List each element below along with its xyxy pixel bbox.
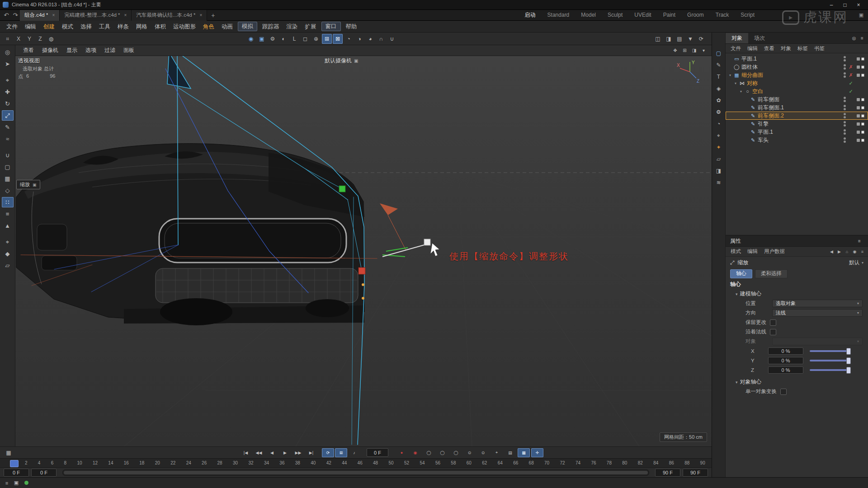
keyframe-rotation-toggle[interactable]: ◯: [450, 448, 462, 457]
object-tree-item[interactable]: ▭ 平面.1: [726, 55, 868, 63]
layout-tab[interactable]: Model: [575, 10, 602, 20]
expand-icon[interactable]: ▾: [733, 81, 738, 85]
tab-takes[interactable]: 场次: [748, 33, 771, 43]
workplane-snap-icon[interactable]: ▱: [2, 260, 14, 271]
object-manager-menu-item[interactable]: 文件: [727, 45, 744, 52]
visibility-dots[interactable]: [842, 56, 847, 61]
status-grid-icon[interactable]: ▣: [12, 479, 20, 487]
status-menu-icon[interactable]: ≡: [3, 479, 11, 487]
object-manager-menu-item[interactable]: 标签: [794, 45, 811, 52]
menu-item[interactable]: 动画: [218, 22, 236, 32]
visibility-dots[interactable]: [842, 137, 847, 143]
visibility-dots[interactable]: [842, 64, 847, 70]
record-keyframe-button[interactable]: ●: [396, 448, 408, 457]
checkbox[interactable]: [770, 319, 776, 326]
am-home-icon[interactable]: ⌂: [843, 248, 851, 255]
range-slider-bar[interactable]: [64, 471, 648, 474]
strip-text-icon[interactable]: T: [714, 72, 723, 81]
content-browser-icon[interactable]: ▤: [675, 34, 684, 44]
visibility-dots[interactable]: [842, 105, 847, 110]
vp-move-icon[interactable]: ✥: [671, 46, 679, 55]
model-mode-icon[interactable]: ▢: [2, 162, 14, 172]
attribute-menu-item[interactable]: 用户数据: [761, 248, 788, 255]
slider-track[interactable]: [810, 360, 849, 361]
workplane-mode-free[interactable]: ◕: [365, 34, 375, 44]
object-tree-item[interactable]: ✎ 平面.1: [726, 128, 868, 136]
menu-item[interactable]: 模拟: [238, 22, 257, 31]
tab-soft-selection[interactable]: 柔和选择: [755, 269, 788, 278]
layer-badges[interactable]: [854, 98, 864, 101]
object-manager-menu-item[interactable]: 书签: [811, 45, 828, 52]
polygons-mode-icon[interactable]: ▲: [2, 221, 14, 231]
car-model[interactable]: [16, 144, 364, 325]
timeline-ruler[interactable]: 0246810121416182022242628303234363840424…: [0, 458, 712, 467]
visibility-dots[interactable]: [842, 72, 847, 78]
marker-icon[interactable]: ⌖: [2, 75, 14, 85]
strip-display-icon[interactable]: ≋: [714, 178, 723, 187]
strip-light-icon[interactable]: ⌖: [714, 131, 723, 140]
state-badge[interactable]: ✓: [847, 89, 854, 94]
layout-tab[interactable]: Sculpt: [602, 10, 628, 20]
loop-mode-toggle[interactable]: ⟳: [322, 448, 334, 457]
preset-dropdown[interactable]: 默认 ▾: [849, 259, 863, 266]
slider-knob[interactable]: [846, 357, 851, 364]
value-field[interactable]: 0 %: [768, 347, 803, 355]
state-badge[interactable]: ✗: [847, 72, 854, 78]
slider-knob[interactable]: [846, 348, 851, 355]
menu-item[interactable]: 文件: [3, 22, 21, 32]
slider-track[interactable]: [810, 369, 849, 371]
layout-tab[interactable]: Groom: [681, 10, 710, 20]
magnet-tool-icon[interactable]: ∪: [2, 150, 14, 160]
magnet-b-icon[interactable]: ∪: [387, 34, 397, 44]
menu-item[interactable]: 渲染: [283, 22, 302, 32]
keyframe-scale-toggle[interactable]: ◯: [436, 448, 448, 457]
layout-menu-icon[interactable]: ▣: [856, 11, 866, 20]
layer-badges[interactable]: [854, 131, 864, 134]
am-forward-icon[interactable]: ▶: [835, 248, 843, 255]
dropdown[interactable]: ▾: [772, 338, 863, 345]
tab-axis[interactable]: 轴心: [730, 269, 752, 278]
viewport-menu-item[interactable]: 查看: [19, 45, 38, 56]
menu-item[interactable]: 运动图形: [170, 22, 199, 32]
cage-handle-red[interactable]: [359, 267, 365, 274]
keyframe-parameter-toggle[interactable]: ⊙: [463, 448, 476, 457]
slider-knob[interactable]: [846, 367, 851, 374]
prev-key-button[interactable]: ◀◀: [253, 448, 265, 457]
visibility-dots[interactable]: [842, 121, 847, 127]
viewport-menu-item[interactable]: 选项: [81, 45, 100, 56]
quantize-toggle[interactable]: ⊠: [333, 34, 343, 44]
menu-item[interactable]: 扩展: [302, 22, 320, 32]
strip-material-icon[interactable]: ✦: [714, 143, 723, 152]
vp-expand-icon[interactable]: ◨: [690, 46, 698, 55]
world-grid-icon[interactable]: ⌗: [3, 34, 13, 44]
prev-frame-button[interactable]: ◀: [266, 448, 278, 457]
strip-settings-icon[interactable]: ⚙: [714, 108, 723, 117]
smear-tool-icon[interactable]: ≈: [2, 134, 14, 144]
checkbox[interactable]: [780, 389, 787, 395]
points-mode-icon[interactable]: ∷: [2, 197, 14, 207]
object-tree-item[interactable]: ▾ ⋈ 对称 ✓: [726, 79, 868, 87]
keyframe-pla-toggle[interactable]: ⊙: [477, 448, 489, 457]
modeling-axis-icon[interactable]: ⊕: [311, 34, 321, 44]
menu-item[interactable]: 模式: [58, 22, 77, 32]
object-tree-item[interactable]: ◯ 圆柱体 ✗: [726, 63, 868, 71]
keyframe-selection-icon[interactable]: ⌖: [491, 448, 503, 457]
move-tool-icon[interactable]: ✚: [2, 87, 14, 97]
vp-grid-icon[interactable]: ⊞: [680, 46, 689, 55]
magnet-a-icon[interactable]: ∩: [376, 34, 386, 44]
autokeying-toggle[interactable]: ◉: [409, 448, 421, 457]
frame-range-field[interactable]: 0 F: [31, 469, 57, 477]
menu-item[interactable]: 工具: [95, 22, 114, 32]
layer-badges[interactable]: [854, 122, 864, 126]
close-button[interactable]: ×: [852, 0, 865, 9]
viewport-menu-item[interactable]: 显示: [62, 45, 81, 56]
layer-badges[interactable]: [854, 66, 864, 69]
snap-toggle[interactable]: ⊞: [322, 34, 332, 44]
group-object-axis[interactable]: ▾ 对象轴心: [726, 377, 868, 387]
coord-system-button[interactable]: ◍: [46, 34, 56, 44]
tab-close-icon[interactable]: ×: [124, 13, 127, 18]
viewport-menu-item[interactable]: 过滤: [100, 45, 119, 56]
layer-badges[interactable]: [854, 74, 864, 77]
layout-expand-icon[interactable]: ◨: [664, 34, 674, 44]
menu-item[interactable]: 选择: [77, 22, 95, 32]
